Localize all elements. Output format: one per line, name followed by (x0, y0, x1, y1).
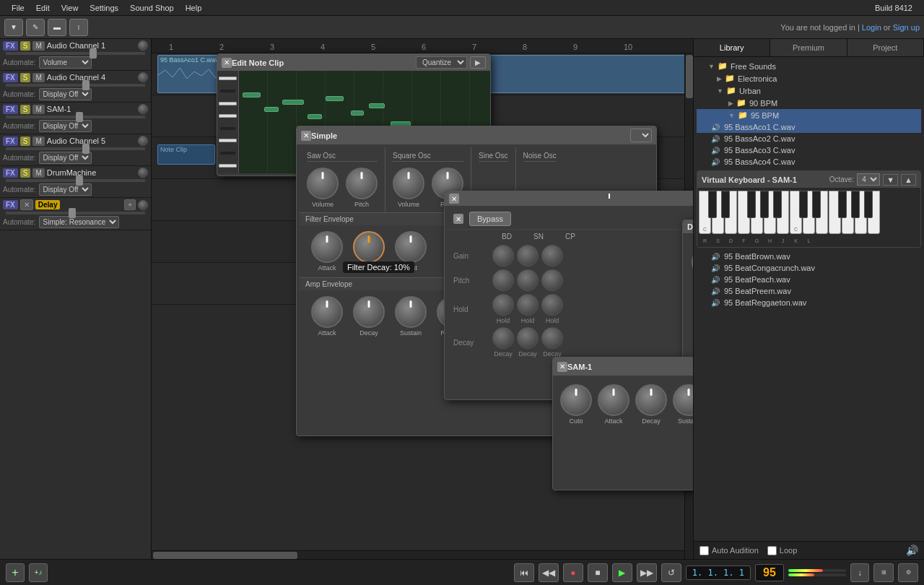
black-key-gs[interactable] (760, 191, 769, 218)
track-pan-1[interactable] (138, 40, 148, 51)
black-key-ds2[interactable] (812, 191, 821, 218)
fader-sam[interactable] (76, 112, 83, 122)
vk-octave-select[interactable]: 435 (857, 173, 880, 186)
edit-note-clip-titlebar[interactable]: ✕ Edit Note Clip Quantize ▶ (217, 54, 490, 71)
mute-btn-drum[interactable]: M (32, 168, 44, 178)
quantize-play-btn[interactable]: ▶ (470, 56, 486, 69)
fx-btn-sam[interactable]: FX (3, 105, 18, 114)
dm-bd-hold-knob[interactable] (492, 294, 514, 316)
horizontal-scrollbar[interactable] (152, 550, 684, 559)
tab-library[interactable]: Library (694, 39, 770, 56)
fx-btn-5[interactable]: FX (3, 136, 18, 146)
tree-95bpm[interactable]: ▼ 📁 95 BPM (697, 109, 921, 121)
fader-1[interactable] (90, 48, 97, 58)
black-key-fs[interactable] (747, 191, 756, 218)
loop-checkbox[interactable] (767, 546, 777, 555)
tab-premium[interactable]: Premium (770, 39, 847, 56)
fader-5[interactable] (82, 144, 90, 154)
menu-view[interactable]: View (56, 2, 84, 14)
menu-settings[interactable]: Settings (84, 2, 124, 14)
tree-electronica[interactable]: ▶ 📁 Electronica (697, 72, 921, 84)
bypass-btn[interactable]: Bypass (469, 212, 511, 226)
amp-attack-knob[interactable] (311, 296, 343, 328)
sam1-attack-knob[interactable] (598, 384, 629, 416)
lib-file-beatpreem[interactable]: 🔊 95 BeatPreem.wav (697, 285, 921, 297)
fx-btn-delay[interactable]: FX (3, 200, 18, 209)
tree-urban[interactable]: ▼ 📁 Urban (697, 84, 921, 97)
edit-note-clip-close[interactable]: ✕ (222, 58, 232, 68)
lib-file-bassaco1[interactable]: 🔊 95 BassAco1 C.wav (697, 121, 921, 133)
loop-label[interactable]: Loop (767, 546, 797, 555)
dm-cp-pitch-knob[interactable] (541, 269, 563, 291)
dm-sn-gain-knob[interactable] (517, 245, 539, 266)
filter-sustain-knob[interactable] (395, 231, 427, 263)
fx-btn-4[interactable]: FX (3, 73, 18, 82)
menu-file[interactable]: File (6, 2, 30, 14)
black-key-cs[interactable] (708, 191, 717, 218)
auto-audition-checkbox[interactable] (699, 546, 709, 555)
dm-bd-gain-knob[interactable] (492, 245, 514, 266)
transport-record[interactable]: ● (563, 563, 583, 582)
track-pan-drum[interactable] (138, 168, 148, 178)
dm-cp-hold-knob[interactable] (541, 294, 563, 316)
signup-link[interactable]: Sign up (893, 23, 920, 32)
drum-machine-close[interactable]: ✕ (449, 194, 459, 204)
black-key-as2[interactable] (864, 191, 873, 218)
sam1-sustain-knob[interactable] (673, 384, 693, 416)
delay-close-btn[interactable]: + (124, 199, 136, 210)
dm-sn-pitch-knob[interactable] (517, 269, 539, 291)
filter-decay-knob[interactable] (353, 231, 385, 263)
lib-file-beatconga[interactable]: 🔊 95 BeatCongacrunch.wav (697, 262, 921, 274)
lib-file-bassaco3[interactable]: 🔊 95 BassAco3 C.wav (697, 144, 921, 156)
login-link[interactable]: Login (862, 23, 881, 32)
solo-btn-5[interactable]: S (20, 136, 31, 146)
track-pan-4[interactable] (138, 72, 148, 82)
saw-pitch-knob[interactable] (346, 168, 378, 199)
solo-btn-drum[interactable]: S (20, 168, 31, 178)
delay-time-left-knob[interactable] (692, 245, 693, 280)
transport-rewind[interactable]: ◀◀ (539, 563, 559, 582)
mute-btn-1[interactable]: M (32, 41, 44, 51)
sam1-cutoff-knob[interactable] (560, 384, 592, 416)
menu-help[interactable]: Help (180, 2, 208, 14)
black-key-cs2[interactable] (799, 191, 808, 218)
amp-decay-knob[interactable] (353, 296, 385, 328)
automate-select-1[interactable]: Volume Display Off (39, 56, 92, 69)
black-key-gs2[interactable] (851, 191, 860, 218)
filter-attack-knob[interactable] (311, 231, 343, 263)
add-audio-track-btn[interactable]: +♪ (29, 563, 48, 582)
vk-octave-down[interactable]: ▼ (883, 174, 898, 186)
lib-file-beatpeach[interactable]: 🔊 95 BeatPeach.wav (697, 274, 921, 285)
vk-octave-up[interactable]: ▲ (901, 174, 916, 186)
drum-machine-titlebar[interactable]: ✕ DrumMachine (445, 191, 693, 206)
amp-sustain-knob[interactable] (395, 296, 427, 328)
tool-select[interactable]: ▼ (4, 19, 23, 36)
sam1-close[interactable]: ✕ (557, 362, 567, 372)
black-key-as[interactable] (773, 191, 782, 218)
lib-file-beatreggaeton[interactable]: 🔊 95 BeatReggaeton.wav (697, 297, 921, 308)
settings-btn[interactable]: ⚙ (898, 563, 918, 582)
menu-soundshop[interactable]: Sound Shop (124, 2, 180, 14)
delay-x-btn[interactable]: ✕ (20, 199, 33, 210)
download-btn[interactable]: ↓ (850, 563, 869, 582)
mute-btn-4[interactable]: M (32, 73, 44, 82)
menu-edit[interactable]: Edit (30, 2, 56, 14)
quantize-select[interactable]: Quantize (416, 56, 467, 69)
simple-synth-titlebar[interactable]: ✕ Simple (297, 126, 656, 144)
saw-volume-knob[interactable] (307, 168, 339, 199)
dm-cp-gain-knob[interactable] (541, 245, 563, 266)
track-pan-5[interactable] (138, 136, 148, 146)
vk-keys[interactable]: C C (699, 191, 919, 238)
square-volume-knob[interactable] (393, 168, 424, 199)
tool-draw[interactable]: ▬ (48, 19, 66, 36)
dm-bd-decay-knob[interactable] (492, 327, 514, 349)
fader-delay[interactable] (69, 208, 76, 218)
solo-btn-4[interactable]: S (20, 73, 31, 82)
add-track-btn[interactable]: + (6, 563, 25, 582)
mute-btn-5[interactable]: M (32, 136, 44, 146)
solo-btn-1[interactable]: S (20, 41, 31, 51)
automate-select-sam[interactable]: Display Off Volume (39, 120, 92, 132)
transport-loop[interactable]: ↺ (661, 563, 681, 582)
simple-synth-close[interactable]: ✕ (301, 131, 311, 141)
mute-btn-sam[interactable]: M (32, 105, 44, 114)
